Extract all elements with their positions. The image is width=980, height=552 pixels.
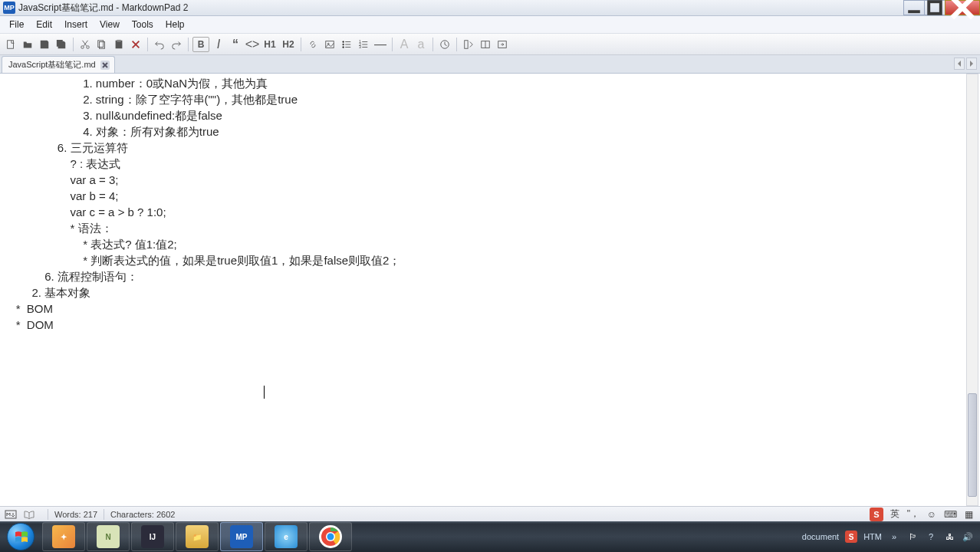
menu-edit[interactable]: Edit	[30, 17, 58, 32]
italic-icon[interactable]: I	[211, 37, 226, 52]
task-markdownpad[interactable]: MP	[220, 522, 263, 551]
ime-punct-icon[interactable]: "，	[906, 508, 920, 521]
copy-icon[interactable]	[94, 37, 110, 52]
window-title: JavaScript基础笔记.md - MarkdownPad 2	[18, 2, 188, 15]
redo-icon[interactable]	[169, 37, 184, 52]
editor-line: 6. 流程控制语句：	[3, 268, 966, 284]
code-icon[interactable]: <>	[245, 37, 260, 52]
cut-icon[interactable]	[77, 37, 93, 52]
editor-line: 3. null&undefined:都是false	[3, 107, 966, 123]
tray-volume-icon[interactable]: 🔊	[962, 531, 974, 543]
image-icon[interactable]	[322, 37, 337, 52]
menu-view[interactable]: View	[94, 17, 126, 32]
task-notepadpp[interactable]: N	[87, 522, 130, 551]
open-file-icon[interactable]	[20, 37, 35, 52]
window-controls	[904, 0, 980, 15]
task-ie[interactable]: e	[265, 522, 307, 551]
editor-line: * 语法：	[3, 220, 966, 236]
editor-line: * 判断表达式的值，如果是true则取值1，如果是false则取值2；	[3, 252, 966, 268]
ime-grid-icon[interactable]: ▦	[962, 508, 975, 521]
save-icon[interactable]	[37, 37, 52, 52]
separator	[73, 38, 74, 51]
separator	[432, 38, 433, 51]
editor-area[interactable]: 1. number：0或NaN为假，其他为真 2. string：除了空字符串(…	[3, 74, 966, 506]
svg-rect-1	[929, 2, 941, 14]
bold-button[interactable]: B	[192, 37, 209, 52]
tray-flag-icon[interactable]: 🏳	[906, 531, 919, 543]
undo-icon[interactable]	[152, 37, 167, 52]
close-button[interactable]	[945, 0, 980, 15]
task-chrome[interactable]	[309, 522, 352, 551]
lowercase-icon[interactable]: a	[413, 37, 429, 52]
separator	[48, 509, 48, 520]
tab-label: JavaScript基础笔记.md	[8, 59, 96, 71]
svg-rect-4	[8, 40, 14, 48]
toggle-preview-icon[interactable]	[478, 37, 493, 52]
tab-active[interactable]: JavaScript基础笔记.md	[2, 56, 115, 73]
scrollbar-thumb[interactable]	[968, 393, 977, 497]
book-icon	[23, 508, 35, 521]
menu-help[interactable]: Help	[159, 17, 191, 32]
ol-icon[interactable]: 123	[356, 37, 371, 52]
separator	[188, 38, 189, 51]
tray-chevron-icon[interactable]: »	[888, 531, 900, 543]
minimize-button[interactable]	[903, 0, 925, 15]
tab-next-icon[interactable]	[966, 58, 977, 70]
delete-icon[interactable]	[128, 37, 143, 52]
tray-sogou-icon[interactable]: S	[845, 531, 857, 543]
toolbar: B I “ <> H1 H2 123 — A a	[0, 34, 980, 55]
paste-icon[interactable]	[111, 37, 127, 52]
editor-line: var b = 4;	[3, 188, 966, 204]
editor-line: * BOM	[3, 301, 966, 317]
save-all-icon[interactable]	[54, 37, 69, 52]
menu-tools[interactable]: Tools	[126, 17, 159, 32]
tab-prev-icon[interactable]	[954, 58, 965, 70]
ime-keyboard-icon[interactable]: ⌨	[943, 508, 957, 521]
menu-file[interactable]: File	[3, 17, 30, 32]
app-icon: MP	[3, 2, 15, 14]
vertical-scrollbar[interactable]	[966, 74, 978, 506]
new-file-icon[interactable]	[3, 37, 18, 52]
uppercase-icon[interactable]: A	[396, 37, 412, 52]
menu-insert[interactable]: Insert	[58, 17, 94, 32]
tray-htm-label[interactable]: HTM	[863, 532, 882, 541]
preview-icon[interactable]	[461, 37, 476, 52]
taskbar: ✦ N IJ 📁 MP e document S HTM » 🏳 ? 🖧 🔊	[0, 521, 980, 552]
editor-line: * 表达式? 值1:值2;	[3, 236, 966, 252]
separator	[301, 38, 301, 51]
hr-icon[interactable]: —	[373, 37, 388, 52]
tab-nav	[954, 58, 977, 70]
link-icon[interactable]	[305, 37, 321, 52]
timestamp-icon[interactable]	[437, 37, 452, 52]
title-bar: MP JavaScript基础笔记.md - MarkdownPad 2	[0, 0, 980, 16]
ime-emoji-icon[interactable]: ☺	[925, 508, 939, 521]
tray-help-icon[interactable]: ?	[925, 531, 937, 543]
maximize-button[interactable]	[924, 0, 945, 15]
editor-line: 2. 基本对象	[3, 284, 966, 301]
system-tray: document S HTM » 🏳 ? 🖧 🔊	[796, 521, 980, 552]
separator	[456, 38, 457, 51]
separator	[392, 38, 393, 51]
svg-text:3: 3	[359, 44, 361, 49]
task-explorer[interactable]: 📁	[176, 522, 219, 551]
status-bar: Words: 217 Characters: 2602 S 英 "， ☺ ⌨ ▦	[0, 506, 980, 521]
h2-button[interactable]: H2	[280, 37, 297, 52]
tab-close-icon[interactable]	[100, 61, 110, 70]
editor-line: 6. 三元运算符	[3, 140, 966, 156]
ime-lang[interactable]: 英	[888, 508, 902, 521]
editor-line: 1. number：0或NaN为假，其他为真	[3, 75, 966, 91]
status-words: Words: 217	[54, 510, 97, 519]
tray-network-icon[interactable]: 🖧	[943, 531, 955, 543]
separator	[104, 509, 104, 520]
task-ksnapshot[interactable]: ✦	[42, 522, 85, 551]
ul-icon[interactable]	[339, 37, 354, 52]
h1-button[interactable]: H1	[261, 37, 278, 52]
task-intellij[interactable]: IJ	[131, 522, 174, 551]
editor-line: var a = 3;	[3, 172, 966, 188]
external-preview-icon[interactable]	[495, 37, 510, 52]
tray-document-label: document	[802, 532, 839, 541]
quote-icon[interactable]: “	[228, 37, 243, 52]
svg-rect-10	[117, 39, 120, 41]
sogou-icon[interactable]: S	[870, 508, 883, 521]
start-button[interactable]	[0, 521, 41, 552]
